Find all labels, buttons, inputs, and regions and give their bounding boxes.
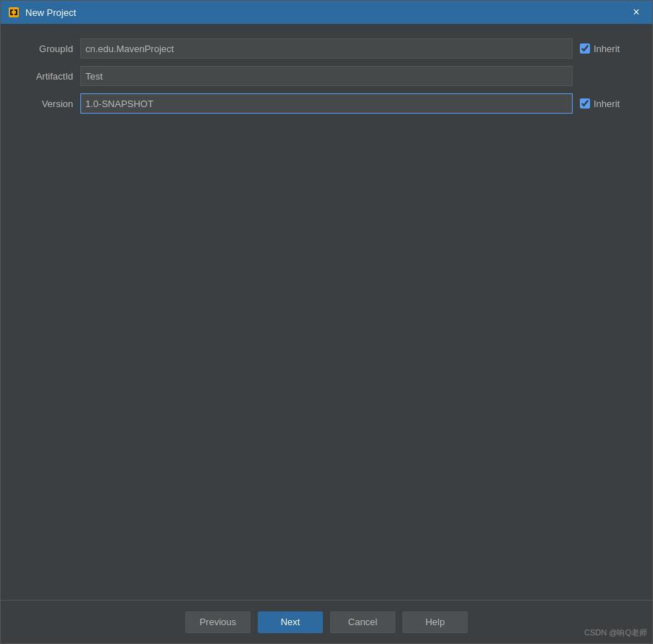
svg-rect-3 [12,11,16,14]
title-bar: New Project × [1,1,652,24]
version-inherit-container: Inherit [580,98,638,109]
artifactid-row: ArtifactId Inherit [15,66,638,86]
bottom-bar: Previous Next Cancel Help [1,600,652,643]
content-area: GroupId Inherit ArtifactId Inherit Versi… [1,24,652,600]
version-label: Version [15,98,73,109]
title-bar-left: New Project [8,7,76,18]
version-inherit-checkbox[interactable] [580,98,590,109]
groupid-row: GroupId Inherit [15,38,638,59]
dialog-title: New Project [25,7,76,18]
groupid-label: GroupId [15,43,73,54]
previous-button[interactable]: Previous [185,611,250,633]
help-button[interactable]: Help [403,611,468,633]
groupid-inherit-checkbox[interactable] [580,43,590,54]
next-button[interactable]: Next [258,611,323,633]
form-section: GroupId Inherit ArtifactId Inherit Versi… [15,38,638,114]
cancel-button[interactable]: Cancel [330,611,395,633]
new-project-dialog: New Project × GroupId Inherit ArtifactId [0,0,653,644]
groupid-input[interactable] [80,38,573,59]
version-row: Version Inherit [15,93,638,114]
app-icon [8,7,20,18]
groupid-inherit-container: Inherit [580,43,638,54]
artifactid-input[interactable] [80,66,573,86]
close-button[interactable]: × [628,4,645,21]
groupid-inherit-label: Inherit [594,43,620,54]
artifactid-label: ArtifactId [15,71,73,82]
version-input[interactable] [80,93,573,114]
version-inherit-label: Inherit [594,98,620,109]
